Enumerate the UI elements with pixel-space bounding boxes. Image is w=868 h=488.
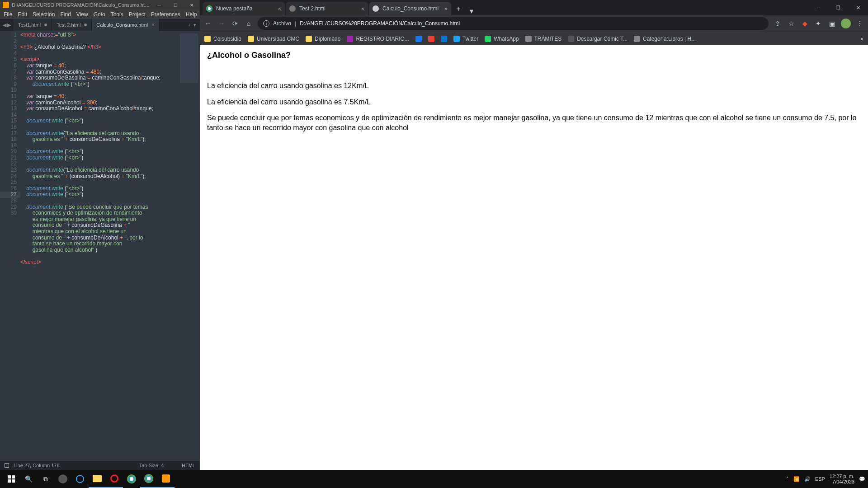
menu-goto[interactable]: Goto	[94, 11, 105, 18]
tray-lang[interactable]: ESP	[815, 476, 825, 482]
sublime-tab-test1[interactable]: Test1.html	[14, 19, 52, 31]
sublime-tab-test2[interactable]: Test 2.html	[52, 19, 92, 31]
menu-help[interactable]: Help	[186, 11, 197, 18]
taskbar-app-cortana[interactable]	[71, 470, 89, 488]
status-syntax[interactable]: HTML	[182, 463, 195, 468]
sublime-tab-calculo[interactable]: Calculo_Consumo.html×	[92, 19, 160, 31]
taskbar-chrome[interactable]	[123, 470, 140, 488]
back-icon[interactable]: ←	[203, 19, 212, 28]
taskview-icon[interactable]: ⧉	[37, 470, 54, 488]
tray-network-icon[interactable]: 📶	[793, 476, 800, 482]
bookmark-icon	[568, 36, 574, 42]
bookmark-star-icon[interactable]: ☆	[787, 19, 796, 28]
chrome-tabstrip: Nueva pestaña × Test 2.html × Calculo_Co…	[200, 0, 868, 15]
minimap[interactable]	[178, 31, 200, 461]
restore-button[interactable]: ❐	[828, 0, 848, 15]
taskbar-app-1[interactable]	[54, 470, 71, 488]
menu-dots-icon[interactable]: ⋮	[855, 19, 864, 28]
gutter: 1234567891011121314151617181920212223242…	[0, 31, 20, 461]
bookmark-item[interactable]: REGISTRO DIARIO...	[347, 36, 409, 42]
status-tabsize[interactable]: Tab Size: 4	[139, 463, 164, 468]
chrome-tab-calculo[interactable]: Calculo_Consumo.html ×	[369, 2, 451, 15]
profile-avatar[interactable]	[841, 19, 851, 28]
share-icon[interactable]: ⇪	[773, 19, 782, 28]
taskbar-sublime[interactable]	[157, 470, 175, 488]
close-button[interactable]: ✕	[184, 0, 200, 10]
bookmark-item[interactable]: Twitter	[453, 36, 478, 42]
bookmark-label: Twitter	[462, 36, 478, 42]
menu-selection[interactable]: Selection	[33, 11, 55, 18]
menu-project[interactable]: Project	[129, 11, 146, 18]
tab-label: Test1.html	[18, 22, 41, 28]
menu-edit[interactable]: Edit	[18, 11, 27, 18]
extension-shield-icon[interactable]: ◆	[800, 19, 809, 28]
search-icon[interactable]: 🔍	[20, 470, 37, 488]
tab-add-icon[interactable]: +	[188, 22, 191, 28]
page-content: ¿Alcohol o Gasolina? La eficiencia del c…	[200, 45, 868, 470]
bookmark-label: Universidad CMC	[257, 36, 299, 42]
bookmark-item[interactable]	[428, 36, 434, 42]
bookmark-item[interactable]: Colsubsidio	[204, 36, 241, 42]
tab-close-icon[interactable]: ×	[151, 22, 155, 28]
tab-close-icon[interactable]: ×	[444, 5, 448, 12]
sidepanel-icon[interactable]: ▣	[827, 19, 836, 28]
chrome-tab-test2[interactable]: Test 2.html ×	[286, 2, 368, 15]
tab-close-icon[interactable]: ×	[278, 5, 281, 12]
folder-icon	[306, 36, 312, 42]
omnibox[interactable]: i Archivo | D:/ANGEL/CURSO%20PROGRAMACIÓ…	[258, 17, 769, 30]
tab-label: Nueva pestaña	[216, 5, 274, 12]
bookmark-item[interactable]: TRÁMITES	[525, 36, 562, 42]
tab-search-icon[interactable]: ▾	[465, 7, 478, 15]
bookmark-item[interactable]	[415, 36, 422, 42]
file-icon	[373, 5, 379, 12]
minimize-button[interactable]: ─	[151, 0, 167, 10]
tab-label: Calculo_Consumo.html	[382, 5, 440, 12]
bookmark-item[interactable]: WhatsApp	[485, 36, 519, 42]
globe-icon	[289, 5, 296, 12]
bookmark-label: TRÁMITES	[534, 36, 562, 42]
bookmark-label: Colsubsidio	[213, 36, 241, 42]
site-info-icon[interactable]: i	[263, 20, 269, 27]
bookmark-item[interactable]	[441, 36, 447, 42]
menu-view[interactable]: View	[76, 11, 88, 18]
tab-close-icon[interactable]: ×	[361, 5, 364, 12]
bookmark-item[interactable]: Categoría:Libros | H...	[634, 36, 696, 42]
sublime-titlebar: D:\ANGEL\CURSO PROGRAMACIÓN\Calculo_Cons…	[0, 0, 200, 10]
taskbar-opera[interactable]	[106, 470, 123, 488]
tray-notifications-icon[interactable]: 💬	[859, 476, 865, 482]
panel-toggle-icon[interactable]	[5, 463, 9, 468]
sublime-editor[interactable]: 1234567891011121314151617181920212223242…	[0, 31, 200, 461]
maximize-button[interactable]: ☐	[167, 0, 184, 10]
tray-clock[interactable]: 12:27 p. m. 7/04/2023	[830, 474, 854, 484]
menu-tools[interactable]: Tools	[111, 11, 123, 18]
start-button[interactable]	[3, 470, 20, 488]
reload-icon[interactable]: ⟳	[231, 19, 240, 28]
forward-icon[interactable]: →	[217, 19, 226, 28]
chrome-tab-newtab[interactable]: Nueva pestaña ×	[203, 2, 285, 15]
bookmark-item[interactable]: Diplomado	[306, 36, 340, 42]
bookmarks-overflow-icon[interactable]: »	[860, 36, 863, 42]
bookmark-item[interactable]: Universidad CMC	[248, 36, 299, 42]
minimize-button[interactable]: ─	[808, 0, 828, 15]
sublime-icon	[3, 2, 9, 8]
tray-volume-icon[interactable]: 🔊	[804, 476, 811, 482]
menu-file[interactable]: File	[4, 11, 12, 18]
extensions-icon[interactable]: ✦	[814, 19, 823, 28]
svg-rect-0	[8, 475, 11, 479]
tab-menu-icon[interactable]: ▾	[193, 22, 196, 28]
bookmark-icon	[415, 36, 422, 42]
bookmark-label: Diplomado	[315, 36, 340, 42]
close-button[interactable]: ✕	[848, 0, 868, 15]
bookmark-item[interactable]: Descargar Cómic T...	[568, 36, 627, 42]
taskbar-chrome-active[interactable]	[140, 470, 157, 488]
new-tab-button[interactable]: +	[452, 3, 465, 15]
tab-next-icon[interactable]: ▶	[7, 22, 11, 28]
menu-find[interactable]: Find	[60, 11, 71, 18]
taskbar-explorer[interactable]	[89, 470, 106, 488]
code-area[interactable]: <meta charset="utf-8"> <h3> ¿Alcohol o G…	[20, 31, 200, 461]
menu-preferences[interactable]: Preferences	[151, 11, 180, 18]
home-icon[interactable]: ⌂	[244, 19, 253, 28]
folder-icon	[204, 36, 211, 42]
tray-chevron-icon[interactable]: ˄	[786, 476, 789, 482]
tab-prev-icon[interactable]: ◀	[3, 22, 6, 28]
